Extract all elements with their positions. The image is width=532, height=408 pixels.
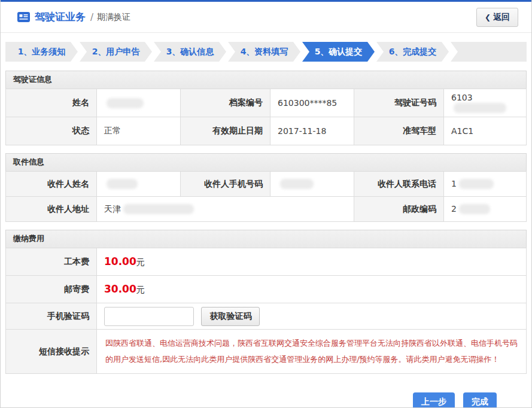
expiry-label: 有效期止日期 xyxy=(181,117,270,145)
license-no-value: 6103 xyxy=(444,89,527,117)
step-label: 2、用户申告 xyxy=(92,47,140,57)
fees-table: 工本费 10.00元 邮寄费 30.00元 手机验证码 获取验证码 短信接收提示… xyxy=(5,248,527,374)
recipient-mobile-value xyxy=(270,172,354,197)
breadcrumb-separator: / xyxy=(90,12,93,23)
masked-value xyxy=(123,204,194,214)
address-label: 收件人地址 xyxy=(6,197,97,222)
step-bar-filler xyxy=(451,42,527,62)
recipient-name-label: 收件人姓名 xyxy=(6,172,97,197)
back-button[interactable]: ❮ 返回 xyxy=(476,8,518,27)
masked-value xyxy=(107,179,138,189)
pickup-info-section: 取件信息 收件人姓名 收件人手机号码 收件人联系电话 1 收件人地址 天津 邮政… xyxy=(5,153,527,222)
vehicle-class-label: 准驾车型 xyxy=(354,117,444,145)
postcode-text: 2 xyxy=(451,204,457,214)
sms-tip-cell: 因陕西省联通、电信运营商技术问题，陕西省互联网交通安全综合服务管理平台无法向持陕… xyxy=(97,330,527,374)
footer-actions: 上一步 完成 xyxy=(1,382,531,408)
step-label: 6、完成提交 xyxy=(389,47,437,57)
step-label: 4、资料填写 xyxy=(241,47,288,57)
table-row: 邮寄费 30.00元 xyxy=(6,276,527,303)
back-button-label: 返回 xyxy=(493,12,510,23)
table-row: 收件人姓名 收件人手机号码 收件人联系电话 1 xyxy=(6,172,527,197)
work-fee-amount: 10.00 xyxy=(104,255,136,267)
sms-code-cell: 获取验证码 xyxy=(97,303,527,330)
masked-value xyxy=(280,179,314,189)
postcode-label: 邮政编码 xyxy=(354,197,444,222)
step-business-notice: 1、业务须知 xyxy=(5,42,78,62)
pickup-info-table: 收件人姓名 收件人手机号码 收件人联系电话 1 收件人地址 天津 邮政编码 2 xyxy=(5,171,527,222)
work-fee-value: 10.00元 xyxy=(97,248,527,276)
masked-value xyxy=(459,204,490,214)
address-text: 天津 xyxy=(104,204,121,214)
file-no-label: 档案编号 xyxy=(181,89,270,117)
vehicle-class-value: A1C1 xyxy=(444,117,527,145)
license-no-label: 驾驶证号码 xyxy=(354,89,444,117)
recipient-phone-text: 1 xyxy=(451,179,457,188)
postage-fee-label: 邮寄费 xyxy=(6,276,97,303)
file-no-value: 610300****85 xyxy=(270,89,354,117)
table-row: 姓名 档案编号 610300****85 驾驶证号码 6103 xyxy=(6,89,527,117)
table-row: 手机验证码 获取验证码 xyxy=(6,303,527,330)
chevron-left-icon: ❮ xyxy=(485,13,491,22)
license-card-icon xyxy=(17,12,30,22)
prev-step-button[interactable]: 上一步 xyxy=(413,392,455,408)
status-label: 状态 xyxy=(6,117,97,145)
pickup-section-title: 取件信息 xyxy=(5,153,527,171)
table-row: 收件人地址 天津 邮政编码 2 xyxy=(6,197,527,222)
expiry-value: 2017-11-18 xyxy=(270,117,354,145)
fees-section-title: 缴纳费用 xyxy=(5,230,527,248)
page-title: 驾驶证业务 xyxy=(35,10,86,24)
sms-warning-text: 因陕西省联通、电信运营商技术问题，陕西省互联网交通安全综合服务管理平台无法向持陕… xyxy=(104,330,519,373)
masked-value xyxy=(459,179,494,189)
step-fill-materials: 4、资料填写 xyxy=(228,42,300,62)
license-no-text: 6103 xyxy=(451,93,473,102)
step-confirm-submit-active: 5、确认提交 xyxy=(302,42,375,62)
masked-value xyxy=(454,103,506,113)
name-label: 姓名 xyxy=(6,89,97,117)
step-confirm-info: 3、确认信息 xyxy=(154,42,226,62)
sms-code-label: 手机验证码 xyxy=(6,303,97,330)
step-label: 5、确认提交 xyxy=(315,47,363,57)
work-fee-label: 工本费 xyxy=(6,248,97,276)
finish-button[interactable]: 完成 xyxy=(463,392,497,408)
step-label: 3、确认信息 xyxy=(166,47,214,57)
step-label: 1、业务须知 xyxy=(18,47,66,57)
status-value: 正常 xyxy=(97,117,181,145)
license-info-table: 姓名 档案编号 610300****85 驾驶证号码 6103 状态 正常 有效… xyxy=(5,89,527,145)
postage-fee-amount: 30.00 xyxy=(104,283,136,295)
masked-value xyxy=(107,98,144,108)
license-info-section: 驾驶证信息 姓名 档案编号 610300****85 驾驶证号码 6103 状态… xyxy=(5,71,527,145)
step-complete-submit: 6、完成提交 xyxy=(376,42,449,62)
page: 驾驶证业务 / 期满换证 ❮ 返回 1、业务须知 2、用户申告 3、确认信息 4… xyxy=(0,0,532,408)
table-row: 工本费 10.00元 xyxy=(6,248,527,276)
sms-code-input[interactable] xyxy=(104,307,194,326)
table-row: 状态 正常 有效期止日期 2017-11-18 准驾车型 A1C1 xyxy=(6,117,527,145)
fees-section: 缴纳费用 工本费 10.00元 邮寄费 30.00元 手机验证码 获取验证码 短… xyxy=(5,230,527,374)
address-value: 天津 xyxy=(97,197,354,222)
breadcrumb: 期满换证 xyxy=(97,12,130,23)
table-row: 短信接收提示 因陕西省联通、电信运营商技术问题，陕西省互联网交通安全综合服务管理… xyxy=(6,330,527,374)
recipient-mobile-label: 收件人手机号码 xyxy=(181,172,270,197)
step-wizard: 1、业务须知 2、用户申告 3、确认信息 4、资料填写 5、确认提交 6、完成提… xyxy=(5,42,527,62)
currency-unit: 元 xyxy=(136,285,145,294)
sms-tip-label: 短信接收提示 xyxy=(6,330,97,374)
postage-fee-value: 30.00元 xyxy=(97,276,527,303)
license-section-title: 驾驶证信息 xyxy=(5,71,527,89)
currency-unit: 元 xyxy=(136,257,145,267)
recipient-name-value xyxy=(97,172,181,197)
get-code-button[interactable]: 获取验证码 xyxy=(201,307,260,326)
page-header: 驾驶证业务 / 期满换证 ❮ 返回 xyxy=(1,2,531,33)
recipient-phone-label: 收件人联系电话 xyxy=(354,172,444,197)
step-user-declaration: 2、用户申告 xyxy=(80,42,152,62)
name-value xyxy=(97,89,181,117)
recipient-phone-value: 1 xyxy=(444,172,527,197)
postcode-value: 2 xyxy=(444,197,527,222)
